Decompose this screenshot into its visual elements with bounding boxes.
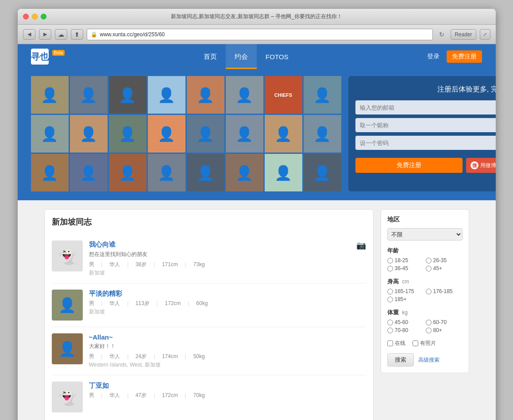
weibo-login-button[interactable]: 微 用微博账号登录 (466, 158, 495, 173)
photo-cell-7[interactable]: CHIEFS (265, 76, 302, 114)
cloud-button[interactable]: ☁ (55, 29, 67, 40)
height-2: 172cm (165, 300, 181, 306)
photo-cell-14[interactable]: 👤 (226, 115, 263, 153)
weight-radio-60-70[interactable]: 60-70 (426, 319, 463, 325)
browser-window: 新加坡同志,新加坡同志交友,新加坡同志群 – 寻他网_你要找的正在找你！ ◀ ▶… (18, 9, 496, 420)
email-input[interactable] (355, 100, 496, 115)
close-button[interactable] (23, 14, 29, 19)
photo-cell-13[interactable]: 👤 (187, 115, 224, 153)
weight-3: 50kg (193, 353, 205, 359)
photo-cell-24[interactable]: 👤 (304, 154, 341, 191)
height-radio-165-175[interactable]: 165-175 (387, 288, 424, 294)
forward-button[interactable]: ▶ (39, 29, 51, 40)
age-4: 47岁 (135, 392, 147, 398)
photo-cell-12[interactable]: 👤 (148, 115, 185, 153)
photo-cell-22[interactable]: 👤 (226, 154, 263, 191)
photo-checkbox[interactable] (413, 340, 418, 346)
weight-radio-60-70-input[interactable] (426, 320, 432, 325)
nav-dating[interactable]: 约会 (226, 44, 257, 69)
gender-4: 男 (89, 392, 94, 398)
age-radio-36-45-input[interactable] (387, 266, 393, 271)
user-avatar-4[interactable]: 👻 (52, 382, 83, 412)
photo-cell-6[interactable]: 👤 (226, 76, 263, 114)
online-checkbox-label[interactable]: 在线 (387, 340, 405, 347)
photo-cell-11[interactable]: 👤 (109, 115, 147, 153)
height-radio-185plus-input[interactable] (387, 297, 393, 302)
age-radio-26-35-input[interactable] (426, 258, 432, 263)
weight-radio-70-80[interactable]: 70-80 (387, 327, 424, 333)
filter-group-weight: 体重 kg 45-60 60-70 (387, 309, 463, 333)
photo-cell-16[interactable]: 👤 (304, 115, 341, 153)
url-bar[interactable]: 🔒 www.xunta.cc/geo/d/255/60 (87, 29, 433, 40)
online-label: 在线 (395, 340, 405, 347)
login-link[interactable]: 登录 (427, 53, 440, 61)
height-radio-176-185-input[interactable] (426, 289, 432, 294)
weight-radio-70-80-input[interactable] (387, 328, 393, 333)
user-avatar-3[interactable]: 👤 (52, 333, 83, 364)
header-right: 登录 免费注册 (427, 50, 482, 63)
age-radio-18-25-input[interactable] (387, 258, 393, 263)
age-radio-18-25[interactable]: 18-25 (387, 257, 424, 263)
photo-cell-17[interactable]: 👤 (31, 154, 69, 191)
user-name-1[interactable]: 我心向谁 (89, 241, 350, 249)
weight-filter-title: 体重 kg (387, 309, 463, 317)
photo-label: 有照片 (420, 340, 436, 347)
user-info-3: ~Allan~ 大家好！！ 男 ｜ 华人 ｜ 24岁 ｜ 174cm ｜ 50k… (89, 333, 366, 369)
user-location-1: 新加坡 (89, 269, 350, 277)
search-button[interactable]: 搜索 (387, 353, 414, 367)
photo-cell-18[interactable]: 👤 (70, 154, 108, 191)
nav-fotos[interactable]: FOTOS (257, 44, 297, 69)
region-select[interactable]: 不限 (387, 228, 463, 241)
weight-radio-45-60-input[interactable] (387, 320, 393, 325)
advanced-search-link[interactable]: 高级搜索 (418, 356, 440, 364)
free-register-header[interactable]: 免费注册 (447, 50, 482, 63)
photo-cell-4[interactable]: 👤 (148, 76, 185, 114)
fullscreen-button[interactable]: ⤢ (480, 29, 490, 40)
share-button[interactable]: ⬆ (71, 29, 83, 40)
main-nav: 首页 约会 FOTOS (195, 44, 297, 69)
photo-cell-5[interactable]: 👤 (187, 76, 224, 114)
photo-cell-15[interactable]: 👤 (265, 115, 302, 153)
photo-cell-3[interactable]: 👤 (109, 76, 147, 114)
height-radio-176-185[interactable]: 176-185 (426, 288, 463, 294)
reader-button[interactable]: Reader (451, 29, 476, 40)
online-checkbox[interactable] (387, 340, 393, 346)
user-name-4[interactable]: 丁亚如 (89, 382, 366, 390)
refresh-button[interactable]: ↻ (436, 29, 447, 40)
title-bar: 新加坡同志,新加坡同志交友,新加坡同志群 – 寻他网_你要找的正在找你！ (18, 9, 496, 25)
weight-radio-80plus-input[interactable] (426, 328, 432, 333)
user-name-3[interactable]: ~Allan~ (89, 333, 366, 341)
back-button[interactable]: ◀ (23, 29, 35, 40)
photo-cell-21[interactable]: 👤 (187, 154, 224, 191)
maximize-button[interactable] (41, 14, 46, 19)
height-label-165-175: 165-175 (395, 288, 414, 294)
photo-cell-19[interactable]: 👤 (109, 154, 147, 191)
photo-checkbox-label[interactable]: 有照片 (413, 340, 436, 347)
password-input[interactable] (355, 136, 496, 150)
user-name-2[interactable]: 平淡的精彩 (89, 290, 366, 298)
age-radio-45plus[interactable]: 45+ (426, 265, 463, 271)
photo-cell-8[interactable]: 👤 (304, 76, 341, 114)
photo-cell-2[interactable]: 👤 (70, 76, 108, 114)
photo-cell-23[interactable]: 👤 (265, 154, 302, 191)
photo-cell-10[interactable]: 👤 (70, 115, 108, 153)
register-title: 注册后体验更多, 完全免费！ (355, 85, 496, 94)
photo-cell-1[interactable]: 👤 (31, 76, 69, 114)
age-radio-36-45[interactable]: 36-45 (387, 265, 424, 271)
nav-home[interactable]: 首页 (195, 44, 226, 69)
photo-cell-9[interactable]: 👤 (31, 115, 69, 153)
age-radio-45plus-input[interactable] (426, 266, 432, 271)
weight-radio-45-60[interactable]: 45-60 (387, 319, 424, 325)
logo-icon[interactable]: 寻也 (31, 49, 49, 65)
user-avatar-2[interactable]: 👤 (52, 290, 83, 321)
user-avatar-1[interactable]: 👻 (52, 241, 83, 271)
age-label-36-45: 36-45 (395, 265, 409, 271)
free-register-button[interactable]: 免费注册 (355, 158, 463, 173)
age-radio-26-35[interactable]: 26-35 (426, 257, 463, 263)
nickname-input[interactable] (355, 118, 496, 132)
photo-cell-20[interactable]: 👤 (148, 154, 185, 191)
minimize-button[interactable] (32, 14, 38, 19)
height-radio-185plus[interactable]: 185+ (387, 296, 424, 302)
height-radio-165-175-input[interactable] (387, 289, 393, 294)
weight-radio-80plus[interactable]: 80+ (426, 327, 463, 333)
